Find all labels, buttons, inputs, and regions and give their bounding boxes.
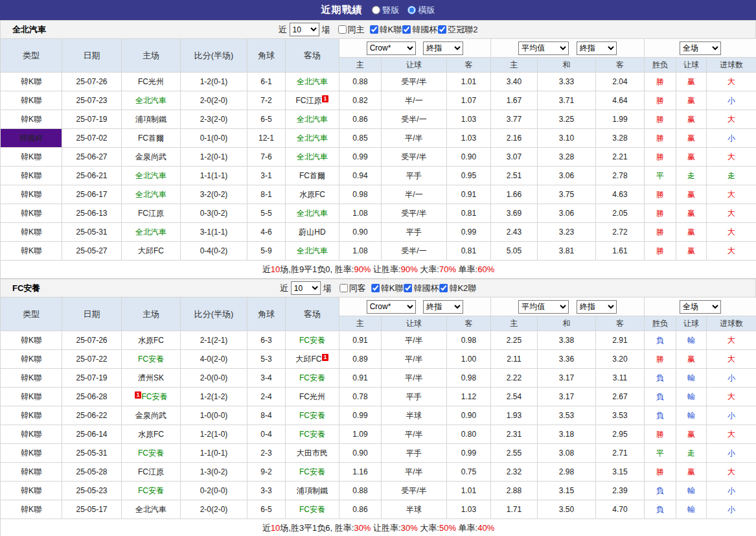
away-team-cell[interactable]: 水原FC bbox=[286, 185, 339, 204]
away-team-cell[interactable]: FC安養 bbox=[286, 331, 339, 350]
home-team-cell[interactable]: 全北汽車 bbox=[122, 91, 181, 110]
match-row: 韓K聯25-06-13FC江原0-3(0-2)5-5全北汽車1.08受平/半0.… bbox=[1, 204, 756, 223]
euro-stage-select[interactable]: 終指 bbox=[577, 41, 617, 55]
home-team-cell[interactable]: FC光州 bbox=[122, 73, 181, 91]
home-team-cell[interactable]: 全北汽車 bbox=[122, 223, 181, 242]
layout-radio-input[interactable] bbox=[372, 6, 380, 14]
same-side-checkbox[interactable] bbox=[338, 25, 347, 34]
home-team-cell[interactable]: FC安養 bbox=[122, 482, 181, 500]
asian-handicap: 平/半 bbox=[382, 425, 447, 444]
home-team-name: 金泉尚武 bbox=[135, 411, 166, 420]
layout-radio[interactable]: 豎版 bbox=[372, 5, 400, 16]
away-team-cell[interactable]: 全北汽車 bbox=[286, 204, 339, 223]
corner-cell: 2-3 bbox=[247, 444, 286, 463]
home-team-cell[interactable]: FC安養 bbox=[122, 444, 181, 463]
away-team-cell[interactable]: 全北汽車 bbox=[286, 110, 339, 129]
away-team-cell[interactable]: FC光州 bbox=[286, 388, 339, 406]
home-team-cell[interactable]: 浦項制鐵 bbox=[122, 110, 181, 129]
league-filter-checkbox[interactable] bbox=[439, 284, 448, 292]
result-outcome-cell: 負 bbox=[645, 369, 676, 388]
euro-draw-odds: 3.06 bbox=[538, 167, 596, 185]
home-team-cell[interactable]: FC江原 bbox=[122, 204, 181, 223]
league-filter-checkbox[interactable] bbox=[371, 284, 380, 292]
home-team-cell[interactable]: 1FC安養 bbox=[122, 388, 181, 406]
match-date-cell: 25-05-31 bbox=[62, 444, 122, 463]
asian-handicap: 平/半 bbox=[382, 369, 447, 388]
home-team-cell[interactable]: FC江原 bbox=[122, 463, 181, 482]
same-side-filter[interactable]: 同主 bbox=[338, 24, 365, 36]
euro-stage-select[interactable]: 終指 bbox=[577, 300, 617, 314]
away-team-cell[interactable]: 蔚山HD bbox=[286, 223, 339, 242]
average-select[interactable]: 平均值 bbox=[518, 41, 569, 55]
league-filter-checkbox[interactable] bbox=[404, 284, 412, 292]
result-outcome-cell: 勝 bbox=[645, 129, 676, 148]
topbar: 近期戰績 豎版橫版 bbox=[0, 0, 756, 20]
red-card-badge: 1 bbox=[135, 391, 141, 399]
home-team-cell[interactable]: 全北汽車 bbox=[122, 185, 181, 204]
score-cell: 2-1(2-1) bbox=[181, 331, 247, 350]
layout-radio-input[interactable] bbox=[407, 6, 416, 14]
result-outcome-cell: 負 bbox=[645, 406, 676, 425]
home-team-cell[interactable]: 全北汽車 bbox=[122, 500, 181, 519]
euro-odds-controls: 平均值 終指 bbox=[491, 297, 645, 316]
league-filter[interactable]: 韓K2聯 bbox=[439, 283, 476, 294]
away-team-cell[interactable]: 全北汽車 bbox=[286, 129, 339, 148]
away-team-cell[interactable]: 浦項制鐵 bbox=[286, 482, 339, 500]
league-filter-checkbox[interactable] bbox=[402, 25, 411, 34]
away-team-cell[interactable]: FC安養 bbox=[286, 406, 339, 425]
home-team-cell[interactable]: 金泉尚武 bbox=[122, 406, 181, 425]
asian-home-odds: 0.82 bbox=[339, 91, 382, 110]
home-team-cell[interactable]: 水原FC bbox=[122, 425, 181, 444]
result-handicap-cell: 輸 bbox=[676, 369, 707, 388]
away-team-cell[interactable]: 大邱FC1 bbox=[286, 350, 339, 369]
home-team-name: 全北汽車 bbox=[135, 190, 166, 199]
asian-home-odds: 0.88 bbox=[339, 482, 382, 500]
result-goals-cell: 大 bbox=[707, 388, 756, 406]
results-body: 韓K聯25-07-26水原FC2-1(2-1)6-3FC安養0.91平/半0.9… bbox=[1, 331, 756, 519]
league-filter[interactable]: 韓K聯 bbox=[371, 283, 404, 294]
away-team-cell[interactable]: FC安養 bbox=[286, 463, 339, 482]
match-date-cell: 25-06-13 bbox=[62, 204, 122, 223]
result-outcome-cell: 負 bbox=[645, 388, 676, 406]
odds-company-select[interactable]: Crow* bbox=[367, 41, 416, 55]
league-filter[interactable]: 韓K聯 bbox=[370, 24, 402, 36]
average-select[interactable]: 平均值 bbox=[518, 300, 569, 314]
away-team-cell[interactable]: 全北汽車 bbox=[286, 148, 339, 167]
layout-radio[interactable]: 橫版 bbox=[407, 5, 435, 16]
away-team-cell[interactable]: 大田市民 bbox=[286, 444, 339, 463]
games-count-select[interactable]: 10 bbox=[291, 281, 321, 295]
home-team-cell[interactable]: 金泉尚武 bbox=[122, 148, 181, 167]
euro-home-odds: 2.25 bbox=[491, 331, 538, 350]
away-team-cell[interactable]: FC江原1 bbox=[286, 91, 339, 110]
euro-away-odds: 3.28 bbox=[596, 129, 645, 148]
asian-stage-select[interactable]: 終指 bbox=[423, 300, 463, 314]
home-team-cell[interactable]: FC安養 bbox=[122, 350, 181, 369]
away-team-cell[interactable]: FC安養 bbox=[286, 500, 339, 519]
odds-company-select[interactable]: Crow* bbox=[367, 300, 416, 314]
games-count-select[interactable]: 10 bbox=[290, 23, 319, 36]
scope-select[interactable]: 全场 bbox=[680, 300, 721, 314]
same-side-checkbox[interactable] bbox=[339, 284, 348, 292]
away-team-cell[interactable]: 全北汽車 bbox=[286, 242, 339, 261]
league-filter[interactable]: 韓國杯 bbox=[404, 283, 439, 294]
league-filter-checkbox[interactable] bbox=[370, 25, 378, 34]
away-team-name: FC安養 bbox=[299, 373, 325, 382]
away-team-cell[interactable]: FC安養 bbox=[286, 425, 339, 444]
league-filter-checkbox[interactable] bbox=[438, 25, 446, 34]
away-team-cell[interactable]: 全北汽車 bbox=[286, 73, 339, 91]
home-team-cell[interactable]: 全北汽車 bbox=[122, 167, 181, 185]
home-team-cell[interactable]: 水原FC bbox=[122, 331, 181, 350]
league-filter[interactable]: 亞冠聯2 bbox=[438, 24, 477, 36]
games-unit-label: 場 bbox=[322, 24, 330, 36]
away-team-cell[interactable]: FC安養 bbox=[286, 369, 339, 388]
home-team-cell[interactable]: 濟州SK bbox=[122, 369, 181, 388]
home-team-cell[interactable]: FC首爾 bbox=[122, 129, 181, 148]
match-date-cell: 25-05-31 bbox=[62, 223, 122, 242]
scope-select[interactable]: 全场 bbox=[680, 41, 721, 55]
away-team-cell[interactable]: FC首爾 bbox=[286, 167, 339, 185]
asian-stage-select[interactable]: 終指 bbox=[423, 41, 463, 55]
same-side-filter[interactable]: 同客 bbox=[339, 283, 366, 294]
home-team-cell[interactable]: 大邱FC bbox=[122, 242, 181, 261]
asian-away-odds: 0.75 bbox=[447, 463, 491, 482]
league-filter[interactable]: 韓國杯 bbox=[402, 24, 437, 36]
